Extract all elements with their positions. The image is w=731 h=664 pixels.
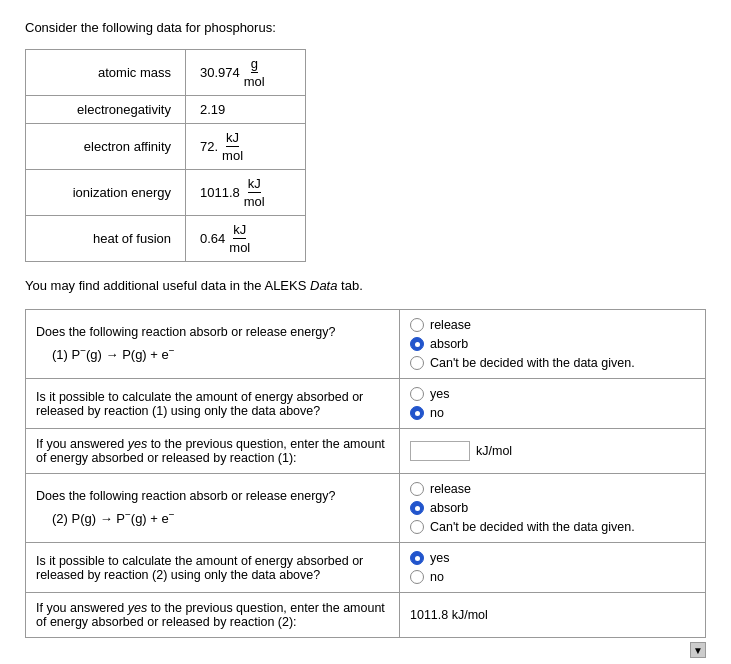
radio-label-cantdecide-1: Can't be decided with the data given.	[430, 356, 635, 370]
intro-text: Consider the following data for phosphor…	[25, 20, 706, 35]
question-cell-3: If you answered yes to the previous ques…	[26, 429, 400, 474]
radio-no-2[interactable]	[410, 406, 424, 420]
radio-item-no-2[interactable]: no	[410, 406, 695, 420]
question-row-1: Does the following reaction absorb or re…	[26, 310, 706, 379]
question-text-6: If you answered yes to the previous ques…	[36, 601, 389, 629]
label-heat-of-fusion: heat of fusion	[26, 216, 186, 262]
static-answer-6: 1011.8 kJ/mol	[410, 608, 695, 622]
question-text-3: If you answered yes to the previous ques…	[36, 437, 389, 465]
reaction-1: (1) P−(g) → P(g) + e−	[52, 345, 389, 362]
radio-release-4[interactable]	[410, 482, 424, 496]
question-cell-1: Does the following reaction absorb or re…	[26, 310, 400, 379]
radio-item-yes-5[interactable]: yes	[410, 551, 695, 565]
scroll-area: ▼	[25, 642, 706, 658]
value-atomic-mass: 30.974 g mol	[186, 50, 306, 96]
atomic-mass-unit-num: g	[251, 56, 258, 73]
question-row-6: If you answered yes to the previous ques…	[26, 593, 706, 638]
value-electronegativity: 2.19	[186, 96, 306, 124]
radio-group-5: yes no	[410, 551, 695, 584]
question-text-2: Is it possible to calculate the amount o…	[36, 390, 389, 418]
radio-label-yes-2: yes	[430, 387, 449, 401]
radio-label-yes-5: yes	[430, 551, 449, 565]
scroll-down-button[interactable]: ▼	[690, 642, 706, 658]
label-electronegativity: electronegativity	[26, 96, 186, 124]
label-atomic-mass: atomic mass	[26, 50, 186, 96]
radio-item-release-4[interactable]: release	[410, 482, 695, 496]
radio-item-no-5[interactable]: no	[410, 570, 695, 584]
radio-release-1[interactable]	[410, 318, 424, 332]
electron-affinity-value: 72.	[200, 139, 218, 154]
radio-label-release-1: release	[430, 318, 471, 332]
radio-yes-2[interactable]	[410, 387, 424, 401]
heat-of-fusion-value: 0.64	[200, 231, 225, 246]
note-after: tab.	[337, 278, 362, 293]
table-row: ionization energy 1011.8 kJ mol	[26, 170, 306, 216]
question-row-5: Is it possible to calculate the amount o…	[26, 543, 706, 593]
label-electron-affinity: electron affinity	[26, 124, 186, 170]
answer-cell-2: yes no	[400, 379, 706, 429]
value-ionization-energy: 1011.8 kJ mol	[186, 170, 306, 216]
value-electron-affinity: 72. kJ mol	[186, 124, 306, 170]
question-cell-5: Is it possible to calculate the amount o…	[26, 543, 400, 593]
table-row: atomic mass 30.974 g mol	[26, 50, 306, 96]
radio-item-cantdecide-4[interactable]: Can't be decided with the data given.	[410, 520, 695, 534]
radio-item-cantdecide-1[interactable]: Can't be decided with the data given.	[410, 356, 695, 370]
radio-group-1: release absorb Can't be decided with the…	[410, 318, 695, 370]
radio-item-release-1[interactable]: release	[410, 318, 695, 332]
question-text-5: Is it possible to calculate the amount o…	[36, 554, 389, 582]
table-row: electron affinity 72. kJ mol	[26, 124, 306, 170]
answer-cell-5: yes no	[400, 543, 706, 593]
radio-no-5[interactable]	[410, 570, 424, 584]
reaction-2: (2) P(g) → P−(g) + e−	[52, 509, 389, 526]
question-cell-2: Is it possible to calculate the amount o…	[26, 379, 400, 429]
unit-label-1: kJ/mol	[476, 444, 512, 458]
question-row-3: If you answered yes to the previous ques…	[26, 429, 706, 474]
ionization-energy-unit-den: mol	[244, 193, 265, 209]
question-cell-6: If you answered yes to the previous ques…	[26, 593, 400, 638]
data-table: atomic mass 30.974 g mol electronegativi…	[25, 49, 306, 262]
ionization-energy-value: 1011.8	[200, 185, 240, 200]
answer-cell-1: release absorb Can't be decided with the…	[400, 310, 706, 379]
question-table: Does the following reaction absorb or re…	[25, 309, 706, 638]
radio-cantdecide-1[interactable]	[410, 356, 424, 370]
radio-cantdecide-4[interactable]	[410, 520, 424, 534]
electron-affinity-unit-den: mol	[222, 147, 243, 163]
radio-yes-5[interactable]	[410, 551, 424, 565]
answer-cell-3: kJ/mol	[400, 429, 706, 474]
radio-label-absorb-1: absorb	[430, 337, 468, 351]
question-row-4: Does the following reaction absorb or re…	[26, 474, 706, 543]
atomic-mass-value: 30.974	[200, 65, 240, 80]
radio-label-release-4: release	[430, 482, 471, 496]
radio-label-no-5: no	[430, 570, 444, 584]
radio-group-4: release absorb Can't be decided with the…	[410, 482, 695, 534]
note-before: You may find additional useful data in t…	[25, 278, 310, 293]
question-text-4: Does the following reaction absorb or re…	[36, 489, 389, 503]
radio-group-2: yes no	[410, 387, 695, 420]
electron-affinity-unit-num: kJ	[226, 130, 239, 147]
radio-item-yes-2[interactable]: yes	[410, 387, 695, 401]
radio-label-absorb-4: absorb	[430, 501, 468, 515]
question-row-2: Is it possible to calculate the amount o…	[26, 379, 706, 429]
answer-cell-4: release absorb Can't be decided with the…	[400, 474, 706, 543]
radio-absorb-4[interactable]	[410, 501, 424, 515]
answer-input-3: kJ/mol	[410, 441, 695, 461]
question-text-1: Does the following reaction absorb or re…	[36, 325, 389, 339]
heat-of-fusion-unit-num: kJ	[233, 222, 246, 239]
radio-item-absorb-1[interactable]: absorb	[410, 337, 695, 351]
radio-label-no-2: no	[430, 406, 444, 420]
question-cell-4: Does the following reaction absorb or re…	[26, 474, 400, 543]
ionization-energy-unit-num: kJ	[248, 176, 261, 193]
radio-absorb-1[interactable]	[410, 337, 424, 351]
table-row: heat of fusion 0.64 kJ mol	[26, 216, 306, 262]
table-row: electronegativity 2.19	[26, 96, 306, 124]
note-text: You may find additional useful data in t…	[25, 278, 706, 293]
value-heat-of-fusion: 0.64 kJ mol	[186, 216, 306, 262]
radio-label-cantdecide-4: Can't be decided with the data given.	[430, 520, 635, 534]
atomic-mass-unit-den: mol	[244, 73, 265, 89]
radio-item-absorb-4[interactable]: absorb	[410, 501, 695, 515]
note-italic: Data	[310, 278, 337, 293]
heat-of-fusion-unit-den: mol	[229, 239, 250, 255]
energy-input-1[interactable]	[410, 441, 470, 461]
answer-cell-6: 1011.8 kJ/mol	[400, 593, 706, 638]
label-ionization-energy: ionization energy	[26, 170, 186, 216]
